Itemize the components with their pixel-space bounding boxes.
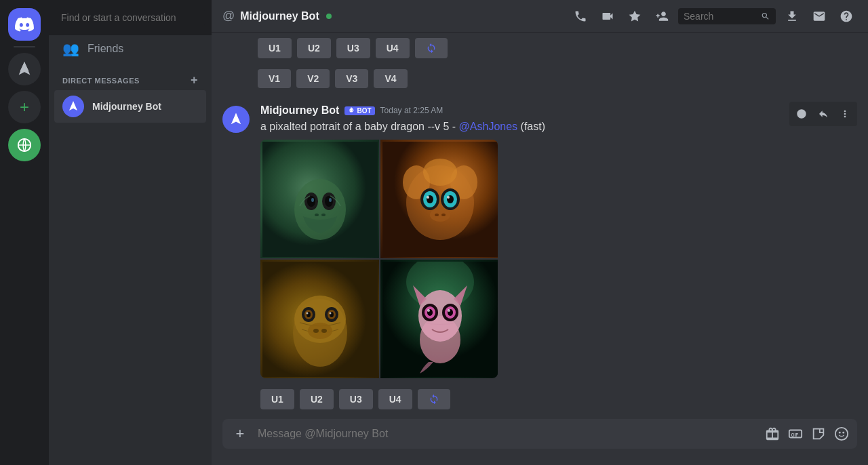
message-header: Midjourney Bot BOT Today at 2:25 AM bbox=[260, 104, 857, 117]
server-sidebar: + bbox=[0, 0, 49, 465]
react-button[interactable] bbox=[792, 104, 811, 123]
explore-servers-button[interactable] bbox=[8, 129, 41, 161]
at-icon: @ bbox=[222, 9, 235, 23]
bottom-upscale-3-button[interactable]: U3 bbox=[339, 389, 373, 409]
dm-sidebar: 👥 Friends Direct Messages + Midjourney B… bbox=[49, 0, 212, 465]
image-cell-4[interactable] bbox=[380, 260, 498, 378]
channel-name: Midjourney Bot bbox=[240, 10, 319, 22]
add-server-button[interactable]: + bbox=[8, 91, 41, 123]
emoji-icon-button[interactable] bbox=[831, 424, 852, 444]
reply-button[interactable] bbox=[814, 104, 833, 123]
svg-point-38 bbox=[308, 323, 332, 339]
svg-point-33 bbox=[306, 312, 308, 314]
dm-item-midjourney-bot[interactable]: Midjourney Bot bbox=[54, 90, 206, 123]
bot-message-avatar bbox=[222, 106, 250, 133]
search-bar-container[interactable] bbox=[49, 0, 212, 35]
svg-point-6 bbox=[325, 196, 333, 207]
add-attachment-button[interactable]: + bbox=[225, 419, 255, 449]
svg-text:GIF: GIF bbox=[791, 432, 799, 437]
search-input[interactable] bbox=[56, 8, 205, 27]
bottom-upscale-4-button[interactable]: U4 bbox=[378, 389, 412, 409]
help-button[interactable] bbox=[838, 8, 854, 24]
server-icon-midjourney[interactable] bbox=[8, 53, 41, 85]
svg-point-7 bbox=[311, 198, 314, 202]
header-search-input[interactable] bbox=[684, 11, 757, 22]
variation-4-button[interactable]: V4 bbox=[374, 69, 407, 88]
svg-point-24 bbox=[430, 208, 450, 222]
image-grid bbox=[260, 140, 498, 378]
message-group: Midjourney Bot BOT Today at 2:25 AM a pi… bbox=[222, 99, 857, 419]
bottom-upscale-1-button[interactable]: U1 bbox=[260, 389, 294, 409]
friends-icon: 👥 bbox=[62, 41, 79, 57]
upscale-1-button[interactable]: U1 bbox=[258, 38, 292, 58]
gift-icon-button[interactable] bbox=[762, 424, 783, 444]
svg-point-37 bbox=[329, 312, 331, 314]
dm-item-name: Midjourney Bot bbox=[92, 101, 161, 112]
input-right-icons: GIF bbox=[762, 424, 852, 444]
search-box[interactable] bbox=[678, 8, 776, 24]
friends-label: Friends bbox=[87, 43, 123, 55]
add-friend-button[interactable] bbox=[654, 8, 670, 24]
message-content-area: Midjourney Bot BOT Today at 2:25 AM a pi… bbox=[260, 104, 857, 415]
bottom-action-buttons: U1 U2 U3 U4 bbox=[260, 384, 857, 415]
server-divider bbox=[14, 46, 35, 47]
svg-point-25 bbox=[435, 214, 439, 216]
svg-point-19 bbox=[427, 196, 429, 199]
main-content: @ Midjourney Bot bbox=[212, 0, 868, 465]
svg-point-15 bbox=[423, 159, 457, 186]
app-container: + 👥 Friends Direct Messages + bbox=[0, 0, 868, 465]
image-cell-2[interactable] bbox=[380, 140, 498, 258]
online-status-indicator bbox=[326, 14, 332, 19]
dm-section-label: Direct Messages bbox=[62, 77, 140, 85]
nitro-button[interactable] bbox=[627, 8, 643, 24]
bottom-upscale-2-button[interactable]: U2 bbox=[300, 389, 334, 409]
inbox-button[interactable] bbox=[811, 8, 827, 24]
svg-point-23 bbox=[447, 196, 450, 199]
message-actions bbox=[789, 102, 857, 126]
svg-point-40 bbox=[321, 329, 327, 333]
prev-upscale-buttons: U1 U2 U3 U4 bbox=[222, 33, 857, 64]
svg-point-9 bbox=[315, 214, 319, 216]
bot-badge: BOT bbox=[344, 106, 374, 115]
svg-point-57 bbox=[842, 432, 844, 434]
dm-section-header: Direct Messages + bbox=[49, 62, 212, 90]
video-button[interactable] bbox=[599, 8, 616, 24]
upscale-2-button[interactable]: U2 bbox=[297, 38, 331, 58]
call-button[interactable] bbox=[572, 8, 589, 24]
server-icon-discord[interactable] bbox=[8, 8, 41, 41]
bot-avatar bbox=[62, 96, 84, 117]
sticker-icon-button[interactable] bbox=[808, 424, 829, 444]
svg-point-56 bbox=[839, 432, 841, 434]
gif-icon-button[interactable]: GIF bbox=[785, 424, 806, 444]
message-author: Midjourney Bot bbox=[260, 104, 339, 117]
image-cell-1[interactable] bbox=[260, 140, 379, 258]
svg-point-48 bbox=[427, 309, 430, 312]
message-input-area: + GIF bbox=[212, 419, 868, 465]
upscale-4-button[interactable]: U4 bbox=[376, 38, 410, 58]
svg-point-26 bbox=[441, 214, 446, 216]
svg-point-8 bbox=[329, 198, 332, 202]
download-button[interactable] bbox=[784, 8, 800, 24]
bottom-refresh-button[interactable] bbox=[418, 389, 450, 409]
channel-header: @ Midjourney Bot bbox=[212, 0, 868, 33]
variation-2-button[interactable]: V2 bbox=[296, 69, 330, 88]
refresh-button-top[interactable] bbox=[415, 38, 448, 58]
svg-point-55 bbox=[835, 428, 848, 440]
more-options-button[interactable] bbox=[835, 104, 854, 123]
upscale-3-button[interactable]: U3 bbox=[336, 38, 370, 58]
create-dm-button[interactable]: + bbox=[191, 73, 198, 87]
svg-point-39 bbox=[313, 329, 319, 333]
message-timestamp: Today at 2:25 AM bbox=[380, 106, 443, 115]
message-input[interactable] bbox=[258, 420, 760, 447]
svg-point-10 bbox=[321, 214, 326, 216]
message-input-wrapper: + GIF bbox=[222, 419, 857, 449]
variation-1-button[interactable]: V1 bbox=[258, 69, 291, 88]
variation-3-button[interactable]: V3 bbox=[335, 69, 368, 88]
message-text: a pixalted potrait of a baby dragon --v … bbox=[260, 119, 857, 134]
sidebar-item-friends[interactable]: 👥 Friends bbox=[54, 35, 206, 62]
image-cell-3[interactable] bbox=[260, 260, 379, 378]
mention-link[interactable]: @AshJones bbox=[459, 121, 518, 132]
messages-area: U1 U2 U3 U4 V1 V2 V3 V4 bbox=[212, 33, 868, 419]
svg-point-4 bbox=[307, 196, 315, 207]
svg-point-52 bbox=[448, 309, 450, 312]
